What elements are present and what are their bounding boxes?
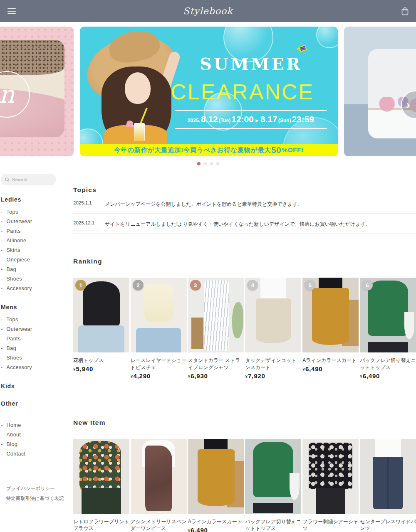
topics-list: 2025.1.1メンバーシップページを公開しました。ポイントを貯めると豪華特典と… xyxy=(73,200,416,234)
product-card[interactable]: センタープレスワイドパンツ¥6,930 xyxy=(360,439,416,532)
sidebar-item-outerwear[interactable]: Outerwear xyxy=(1,217,73,226)
hero-slide-previous[interactable]: n xyxy=(0,27,74,156)
sale-period: 2025.8.12(Tue)12:00►8.17(Sun)23:59 xyxy=(175,110,327,129)
product-image-back-flare-knit xyxy=(245,439,301,514)
hero-carousel: n SUMMER CLEARANCE 202 xyxy=(0,27,416,156)
search-icon xyxy=(5,177,10,182)
product-name: バックフレア切り替えニットトップス xyxy=(245,518,301,532)
sidebar-item-accessory[interactable]: Accessory xyxy=(1,283,73,293)
site-logo: Stylebook xyxy=(183,6,233,16)
product-image-striped-long-shirt: 3 xyxy=(188,278,244,352)
product-price: ¥6,490 xyxy=(360,372,416,380)
product-card[interactable]: アシンメトリーサスペンダーワンピース¥7,590 xyxy=(131,439,187,532)
product-name: バックフレア切り替えニットトップス xyxy=(360,357,416,371)
product-image-lace-layered-bustier: 2 xyxy=(131,278,187,352)
product-name: Aラインカラースカート xyxy=(188,518,244,525)
hero-slide-next-preview[interactable]: RE xyxy=(344,27,416,156)
product-card[interactable]: フラワー刺繍シアーシャツ¥6,930 xyxy=(302,439,359,532)
sidebar-item-pants[interactable]: Pants xyxy=(1,334,73,343)
left-slide-leopard-fabric-art xyxy=(0,40,64,75)
sidebar-item-allinone[interactable]: Allinone xyxy=(1,236,73,245)
sidebar-item-tops[interactable]: Tops xyxy=(1,207,73,217)
product-card[interactable]: 2レースレイヤードショートビスチェ¥4,290 xyxy=(131,278,187,380)
product-image-tuck-cotton-skirt: 4 xyxy=(245,278,301,352)
sidebar-item-home[interactable]: Home xyxy=(1,420,73,430)
product-card[interactable]: 3スタンドカラー ストライプロングシャツ¥6,930 xyxy=(188,278,244,380)
sidebar-item-outerwear[interactable]: Outerwear xyxy=(1,324,73,334)
topic-text: サイトをリニューアルしました!より見やすく・使いやすくなった新しいデザインで、快… xyxy=(105,220,371,228)
sidebar-item-list: TopsOuterwearPantsBagShoesAccessory xyxy=(1,315,73,372)
product-image-black-lace-blouse: 1 xyxy=(73,278,129,352)
search-input[interactable] xyxy=(12,177,52,182)
price-amount: 5,940 xyxy=(76,365,94,372)
sidebar-item-tops[interactable]: Tops xyxy=(1,315,73,324)
sidebar-item-list: TopsOuterwearPantsAllinoneSkirtsOnepiece… xyxy=(1,207,73,293)
sidebar-item-skirts[interactable]: Skirts xyxy=(1,245,73,255)
product-price: ¥4,290 xyxy=(131,372,187,380)
sidebar-item-shoes[interactable]: Shoes xyxy=(1,274,73,283)
price-amount: 6,930 xyxy=(191,372,208,379)
product-image-back-flare-knit: 6 xyxy=(360,278,416,352)
sale-period-part: 8.17 xyxy=(260,114,277,124)
menu-icon[interactable] xyxy=(7,8,16,14)
ranking-badge: 3 xyxy=(190,280,201,291)
product-price: ¥7,920 xyxy=(245,372,301,380)
sale-period-part: 8.12 xyxy=(201,114,218,124)
topic-row[interactable]: 2025.1.1メンバーシップページを公開しました。ポイントを貯めると豪華特典と… xyxy=(73,200,416,214)
topic-text: メンバーシップページを公開しました。ポイントを貯めると豪華特典と交換できます。 xyxy=(105,200,302,208)
sidebar-item-bag[interactable]: Bag xyxy=(1,343,73,353)
product-name: タックデザインコットンスカート xyxy=(245,357,301,371)
ranking-badge: 6 xyxy=(362,280,373,291)
carousel-dot[interactable] xyxy=(216,162,219,165)
product-card[interactable]: レトロフラワープリントブラウス¥6,820 xyxy=(73,439,129,532)
ranking-heading: Ranking xyxy=(73,258,416,265)
product-card[interactable]: バックフレア切り替えニットトップス¥6,490 xyxy=(245,439,301,532)
product-image-flower-embroidery-sheer-shirt xyxy=(302,439,359,514)
sidebar-footer-links: プライバシーポリシー特定商取引法に基づく表記 xyxy=(1,483,73,503)
sidebar-item-pants[interactable]: Pants xyxy=(1,226,73,236)
carousel-dot[interactable] xyxy=(197,162,201,165)
carousel-dot[interactable] xyxy=(210,162,213,165)
ranking-badge: 4 xyxy=(247,280,258,291)
sale-period-part: (Sun) xyxy=(278,118,291,123)
ranking-badge: 5 xyxy=(305,280,315,291)
left-slide-photo: n xyxy=(0,40,64,137)
price-amount: 6,490 xyxy=(363,372,380,379)
sidebar-group-heading: Kids xyxy=(1,383,73,389)
sale-period-part: ► xyxy=(255,118,260,123)
currency-symbol: ¥ xyxy=(188,374,191,379)
product-card[interactable]: 4タックデザインコットンスカート¥7,920 xyxy=(245,278,301,380)
topic-row[interactable]: 2025.12.1サイトをリニューアルしました!より見やすく・使いやすくなった新… xyxy=(73,220,416,234)
product-image-retro-floral-blouse xyxy=(73,439,129,514)
ranking-grid: 1花柄トップス¥5,9402レースレイヤードショートビスチェ¥4,2903スタン… xyxy=(73,278,416,380)
product-name: アシンメトリーサスペンダーワンピース xyxy=(131,518,187,532)
topic-date: 2025.1.1 xyxy=(73,200,105,205)
sidebar-item-shoes[interactable]: Shoes xyxy=(1,353,73,362)
hero-text-block: SUMMER CLEARANCE 2025.8.12(Tue)12:00►8.1… xyxy=(175,54,327,129)
bag-icon[interactable] xyxy=(401,7,409,15)
product-card[interactable]: Aラインカラースカート¥6,490 xyxy=(188,439,244,532)
sidebar-item-onepiece[interactable]: Onepiece xyxy=(1,255,73,264)
sidebar-item-about[interactable]: About xyxy=(1,430,73,439)
carousel-dot[interactable] xyxy=(203,162,207,165)
product-card[interactable]: 6バックフレア切り替えニットトップス¥6,490 xyxy=(360,278,416,380)
product-card[interactable]: 1花柄トップス¥5,940 xyxy=(73,278,129,380)
sidebar-item-contact[interactable]: Contact xyxy=(1,449,73,458)
sidebar-item-blog[interactable]: Blog xyxy=(1,439,73,449)
currency-symbol: ¥ xyxy=(360,374,362,379)
search-box xyxy=(1,174,56,185)
product-name: レースレイヤードショートビスチェ xyxy=(131,357,187,371)
sidebar-item-accessory[interactable]: Accessory xyxy=(1,362,73,372)
product-price: ¥6,490 xyxy=(188,527,244,532)
product-image-suspender-dress xyxy=(131,439,187,514)
hero-slide-summer-clearance[interactable]: SUMMER CLEARANCE 2025.8.12(Tue)12:00►8.1… xyxy=(80,27,338,156)
sidebar-item-bag[interactable]: Bag xyxy=(1,264,73,274)
sidebar-footer-link[interactable]: 特定商取引法に基づく表記 xyxy=(1,493,73,503)
product-name: センタープレスワイドパンツ xyxy=(360,518,416,532)
chevron-right-icon: › xyxy=(406,99,410,111)
sidebar-footer-link[interactable]: プライバシーポリシー xyxy=(1,483,73,493)
product-name: 花柄トップス xyxy=(73,357,129,364)
app-header: Stylebook xyxy=(0,0,416,22)
sidebar-item-list: HomeAboutBlogContact xyxy=(1,420,73,458)
product-card[interactable]: 5Aラインカラースカート¥6,490 xyxy=(302,278,359,380)
